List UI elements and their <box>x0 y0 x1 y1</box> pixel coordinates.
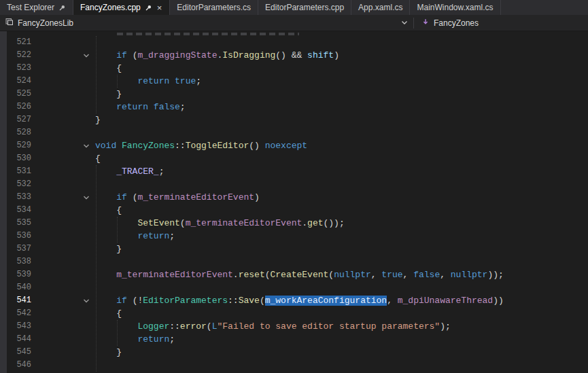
code-line[interactable]: 525 } <box>0 88 588 101</box>
code-text[interactable] <box>95 126 588 139</box>
code-text[interactable]: } <box>95 243 588 255</box>
code-line[interactable]: 531 _TRACER_; <box>0 165 588 178</box>
fold-chevron-icon[interactable] <box>33 294 95 307</box>
pin-icon[interactable] <box>58 4 66 12</box>
code-text[interactable] <box>95 255 588 268</box>
code-text[interactable] <box>95 359 588 372</box>
tab-fancyzones-cpp[interactable]: FancyZones.cpp × <box>73 0 170 15</box>
clipped-text-fragment <box>117 33 299 35</box>
code-text[interactable]: } <box>95 88 588 101</box>
code-line[interactable]: 536 return; <box>0 230 588 243</box>
code-text[interactable]: m_terminateEditorEvent.reset(CreateEvent… <box>95 268 588 281</box>
code-line[interactable]: 529void FancyZones::ToggleEditor() noexc… <box>0 139 588 152</box>
code-text[interactable]: } <box>95 346 588 359</box>
code-text[interactable]: void FancyZones::ToggleEditor() noexcept <box>95 139 588 152</box>
code-line[interactable]: 535 SetEvent(m_terminateEditorEvent.get(… <box>0 217 588 230</box>
fold-margin <box>33 307 95 320</box>
code-text[interactable] <box>95 281 588 294</box>
code-editor[interactable]: 521522 if (m_draggingState.IsDragging() … <box>0 31 588 373</box>
breakpoint-margin[interactable] <box>0 31 7 373</box>
code-text[interactable]: _TRACER_; <box>95 165 588 178</box>
code-text[interactable]: return false; <box>95 101 588 113</box>
fold-margin <box>33 243 95 255</box>
code-line[interactable]: 522 if (m_draggingState.IsDragging() && … <box>0 49 588 62</box>
code-text[interactable]: if (m_draggingState.IsDragging() && shif… <box>95 49 588 62</box>
member-dropdown[interactable]: FancyZones <box>414 18 588 28</box>
fold-chevron-icon[interactable] <box>33 139 95 152</box>
code-text[interactable]: SetEvent(m_terminateEditorEvent.get()); <box>95 217 588 230</box>
code-text[interactable]: return true; <box>95 75 588 88</box>
code-rows: 521522 if (m_draggingState.IsDragging() … <box>0 36 588 372</box>
fold-margin <box>33 281 95 294</box>
code-line[interactable]: 534 { <box>0 204 588 217</box>
code-text[interactable]: { <box>95 307 588 320</box>
project-dropdown-label: FancyZonesLib <box>18 18 73 28</box>
fold-margin <box>33 230 95 243</box>
code-line[interactable]: 542 { <box>0 307 588 320</box>
code-line[interactable]: 544 return; <box>0 333 588 346</box>
tab-editorparameters-cs[interactable]: EditorParameters.cs <box>170 0 258 15</box>
fold-margin <box>33 268 95 281</box>
tab-editorparameters-cpp[interactable]: EditorParameters.cpp <box>258 0 351 15</box>
code-line[interactable]: 541 if (!EditorParameters::Save(m_workAr… <box>0 294 588 307</box>
code-line[interactable]: 528 <box>0 126 588 139</box>
code-text[interactable]: { <box>95 152 588 165</box>
fold-margin <box>33 152 95 165</box>
code-text[interactable] <box>95 178 588 191</box>
project-dropdown[interactable]: FancyZonesLib <box>0 18 413 28</box>
fold-margin <box>33 36 95 49</box>
code-text[interactable]: Logger::error(L"Failed to save editor st… <box>95 320 588 333</box>
tab-label: App.xaml.cs <box>358 3 402 12</box>
code-line[interactable]: 524 return true; <box>0 75 588 88</box>
fold-margin <box>33 346 95 359</box>
code-text[interactable]: return; <box>95 333 588 346</box>
code-text[interactable]: } <box>95 113 588 126</box>
fold-margin <box>33 359 95 372</box>
chevron-down-icon[interactable] <box>401 18 408 28</box>
code-line[interactable]: 540 <box>0 281 588 294</box>
code-line[interactable]: 521 <box>0 36 588 49</box>
fold-margin <box>33 113 95 126</box>
member-down-arrow-icon <box>422 18 429 28</box>
fold-margin <box>33 62 95 75</box>
code-line[interactable]: 530{ <box>0 152 588 165</box>
clipped-code-line <box>0 31 588 36</box>
code-line[interactable]: 543 Logger::error(L"Failed to save edito… <box>0 320 588 333</box>
selected-token[interactable]: m_workAreaConfiguration <box>265 296 387 306</box>
tab-mainwindow-xaml-cs[interactable]: MainWindow.xaml.cs <box>410 0 500 15</box>
code-line[interactable]: 538 <box>0 255 588 268</box>
code-line[interactable]: 533 if (m_terminateEditorEvent) <box>0 191 588 204</box>
code-line[interactable]: 523 { <box>0 62 588 75</box>
code-text[interactable]: { <box>95 62 588 75</box>
fold-margin <box>33 126 95 139</box>
code-line[interactable]: 527} <box>0 113 588 126</box>
tab-label: Test Explorer <box>7 3 54 12</box>
fold-chevron-icon[interactable] <box>33 49 95 62</box>
code-text[interactable]: { <box>95 204 588 217</box>
code-text[interactable] <box>95 36 588 49</box>
code-line[interactable]: 532 <box>0 178 588 191</box>
code-line[interactable]: 539 m_terminateEditorEvent.reset(CreateE… <box>0 268 588 281</box>
fold-margin <box>33 320 95 333</box>
pin-icon[interactable] <box>145 4 152 12</box>
navigation-bar: FancyZonesLib FancyZones <box>0 15 588 31</box>
fold-margin <box>33 333 95 346</box>
code-line[interactable]: 546 <box>0 359 588 372</box>
tab-strip: Test Explorer FancyZones.cpp × EditorPar… <box>0 0 588 15</box>
code-text[interactable]: if (!EditorParameters::Save(m_workAreaCo… <box>95 294 588 307</box>
fold-margin <box>33 178 95 191</box>
code-text[interactable]: if (m_terminateEditorEvent) <box>95 191 588 204</box>
member-dropdown-label: FancyZones <box>434 18 479 28</box>
fold-chevron-icon[interactable] <box>33 191 95 204</box>
fold-margin <box>33 217 95 230</box>
code-line[interactable]: 545 } <box>0 346 588 359</box>
code-line[interactable]: 537 } <box>0 243 588 255</box>
close-icon[interactable]: × <box>156 3 163 12</box>
fold-margin <box>33 75 95 88</box>
tab-label: FancyZones.cpp <box>80 3 141 12</box>
tab-label: EditorParameters.cs <box>177 3 251 12</box>
code-text[interactable]: return; <box>95 230 588 243</box>
tab-app-xaml-cs[interactable]: App.xaml.cs <box>351 0 410 15</box>
tab-test-explorer[interactable]: Test Explorer <box>0 0 73 15</box>
code-line[interactable]: 526 return false; <box>0 101 588 113</box>
